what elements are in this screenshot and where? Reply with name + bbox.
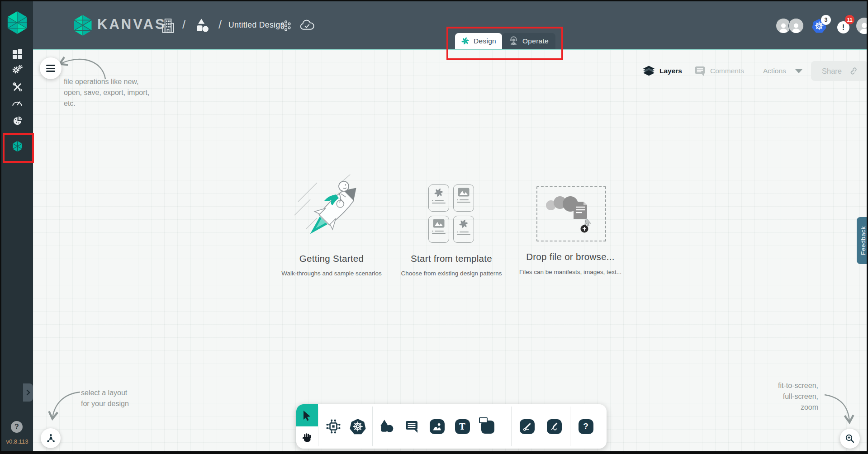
- sidebar-item-lifecycle[interactable]: [1, 61, 33, 78]
- design-swirl-icon: [461, 37, 470, 45]
- kubernetes-icon: [350, 418, 366, 435]
- help-button[interactable]: ?: [11, 421, 23, 433]
- comments-button[interactable]: Comments: [694, 62, 744, 80]
- workspace-shapes-icon[interactable]: [195, 18, 210, 33]
- canvas-top-accent: [33, 49, 867, 50]
- layers-icon: [643, 66, 655, 76]
- kanvas-logotype[interactable]: KANVAS: [97, 16, 166, 33]
- collaborator-avatar[interactable]: [788, 18, 804, 33]
- doodle-pencil-icon: [547, 419, 562, 434]
- tab-design[interactable]: Design: [455, 33, 502, 49]
- tab-operate[interactable]: Operate: [502, 33, 555, 49]
- share-label: Share: [822, 67, 842, 76]
- performance-gauge-icon: [12, 99, 23, 106]
- comment-bubble-icon: [404, 419, 419, 434]
- tab-operate-label: Operate: [522, 37, 549, 45]
- template-thumb-image: [428, 216, 449, 243]
- comments-label: Comments: [710, 67, 744, 75]
- actions-dropdown[interactable]: Actions: [763, 62, 802, 80]
- chevron-down-icon: [795, 69, 802, 73]
- magnifier-plus-icon: [844, 433, 855, 444]
- rocket-doodle-illustration: [285, 175, 376, 252]
- layers-label: Layers: [659, 67, 682, 75]
- note-icon: [480, 419, 495, 434]
- hand-icon: [302, 432, 313, 443]
- media-tool[interactable]: [429, 418, 445, 435]
- sidebar-item-configuration[interactable]: [1, 79, 33, 95]
- cursor-tool[interactable]: [296, 404, 318, 426]
- component-circuit-icon: [325, 418, 342, 435]
- kanvas-logo-icon[interactable]: [72, 14, 94, 36]
- upload-cloud-file-icon: [537, 187, 603, 239]
- doodle-tool[interactable]: [546, 418, 562, 435]
- card-title: Start from template: [393, 253, 510, 264]
- meshery-logo-icon[interactable]: [6, 10, 28, 35]
- file-dropzone[interactable]: [536, 186, 606, 241]
- zoom-button[interactable]: [840, 429, 860, 449]
- design-toolbar: T ?: [296, 404, 607, 449]
- kanvas-hexagon-icon: [12, 141, 23, 152]
- kubernetes-context-badge: 3: [821, 15, 831, 25]
- notification-count-badge: 11: [845, 15, 854, 24]
- image-icon: [458, 188, 470, 197]
- organization-building-icon[interactable]: [161, 18, 175, 34]
- cursor-arrow-icon: [302, 410, 312, 421]
- feedback-tab[interactable]: Feedback: [857, 217, 868, 264]
- app-header: KANVAS / / Untitled Design: [33, 1, 867, 49]
- component-tool[interactable]: [325, 418, 342, 435]
- share-link-icon: [848, 66, 857, 76]
- pan-hand-tool[interactable]: [296, 426, 318, 449]
- shapes-tool[interactable]: [378, 418, 394, 435]
- card-subtitle: Files can be manifests, images, text...: [512, 269, 629, 275]
- sidebar-expand-chevron[interactable]: [23, 383, 33, 402]
- configuration-tools-icon: [12, 82, 23, 92]
- template-thumb-design: [453, 216, 474, 243]
- media-icon: [430, 419, 445, 434]
- dashboard-icon: [13, 49, 22, 59]
- breadcrumb-separator: /: [182, 18, 185, 32]
- breadcrumb-separator: /: [218, 18, 222, 32]
- file-menu-button[interactable]: [40, 57, 62, 79]
- drop-file-card[interactable]: Drop file or browse... Files can be mani…: [512, 175, 629, 283]
- start-from-template-card[interactable]: Start from template Choose from existing…: [393, 175, 510, 283]
- comments-icon: [694, 66, 706, 77]
- layers-button[interactable]: Layers: [643, 62, 682, 80]
- card-title: Getting Started: [273, 253, 390, 264]
- help-tool[interactable]: ?: [578, 418, 594, 435]
- help-glyph: ?: [14, 423, 19, 431]
- sidebar-item-extensions[interactable]: [1, 113, 33, 129]
- getting-started-card[interactable]: Getting Started Walk-throughs and sample…: [273, 175, 390, 283]
- annotation-select-layout: select a layout for your design: [81, 388, 129, 409]
- lifecycle-gears-icon: [12, 65, 23, 75]
- shapes-icon: [378, 418, 394, 435]
- design-swirl-icon: [434, 188, 444, 198]
- text-tool[interactable]: T: [454, 418, 470, 435]
- tab-design-label: Design: [474, 37, 496, 45]
- design-name[interactable]: Untitled Design: [228, 20, 285, 30]
- text-icon: T: [455, 419, 470, 434]
- share-button[interactable]: Share: [811, 61, 868, 81]
- sidebar-item-dashboard[interactable]: [1, 46, 33, 62]
- card-subtitle: Walk-throughs and sample scenarios: [273, 270, 390, 277]
- user-avatar[interactable]: [856, 18, 868, 34]
- sidebar-item-performance[interactable]: [1, 94, 33, 110]
- pen-relationship-tool[interactable]: [519, 418, 535, 435]
- template-thumb-design: [428, 184, 449, 212]
- kubernetes-context-button[interactable]: 3: [812, 19, 826, 35]
- layout-graph-icon: [46, 433, 56, 444]
- cloud-saved-check-icon[interactable]: [299, 19, 315, 32]
- operate-headset-icon: [509, 36, 518, 46]
- comment-tool[interactable]: [403, 418, 420, 435]
- design-visibility-dots-icon[interactable]: [280, 19, 292, 32]
- select-layout-button[interactable]: [41, 428, 61, 448]
- annotation-zoom-controls: fit-to-screen, full-screen, zoom: [746, 380, 818, 413]
- kubernetes-tool[interactable]: [350, 418, 366, 435]
- extensions-icon: [12, 116, 23, 126]
- question-mark-icon: ?: [579, 419, 593, 434]
- card-title: Drop file or browse...: [512, 251, 629, 262]
- template-thumbnails: [428, 184, 474, 243]
- note-tool[interactable]: [479, 418, 496, 435]
- image-icon: [433, 219, 445, 228]
- feedback-label: Feedback: [860, 226, 867, 255]
- sidebar-item-kanvas[interactable]: [1, 138, 33, 154]
